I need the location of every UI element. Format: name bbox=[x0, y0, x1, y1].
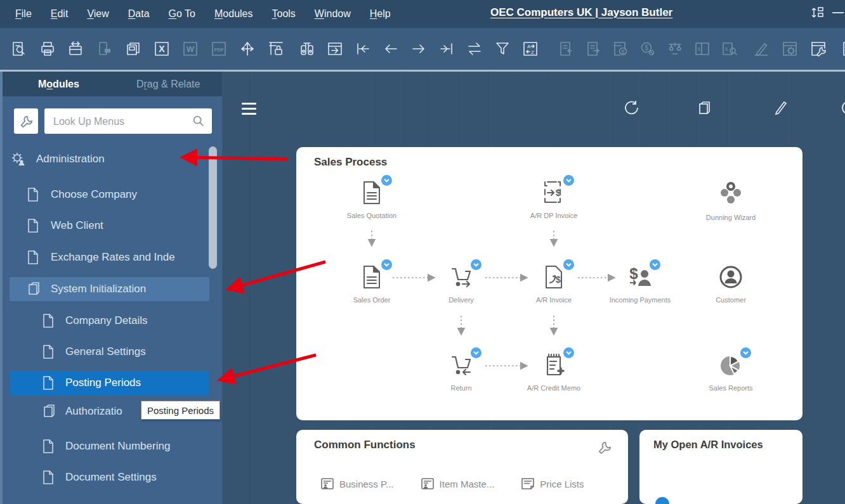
send-message-icon[interactable] bbox=[68, 41, 84, 57]
print-preview-icon[interactable] bbox=[11, 41, 27, 57]
sap-business-one-window: FileEditViewDataGo ToModulesToolsWindowH… bbox=[0, 0, 845, 504]
menu-tools[interactable]: Tools bbox=[272, 8, 295, 20]
find-icon[interactable] bbox=[299, 41, 315, 57]
export-excel-icon[interactable]: X bbox=[154, 41, 170, 57]
badge-chevron-down-icon[interactable] bbox=[740, 347, 751, 358]
journal-entry-icon[interactable] bbox=[667, 41, 683, 57]
hamburger-menu-icon[interactable] bbox=[242, 103, 256, 115]
process-node-customer[interactable]: Customer bbox=[693, 263, 769, 304]
sms-icon[interactable] bbox=[96, 41, 113, 57]
badge-chevron-down-icon[interactable] bbox=[563, 175, 574, 186]
minimize-button[interactable]: — bbox=[832, 6, 844, 19]
arrange-rows-icon[interactable] bbox=[811, 6, 823, 22]
move-icon[interactable] bbox=[239, 41, 256, 57]
goto-row-icon[interactable] bbox=[327, 41, 343, 57]
gross-profit-icon[interactable]: $ bbox=[639, 41, 656, 57]
sidebar-item-system-initialization[interactable]: System Initialization bbox=[10, 277, 209, 301]
menu-file[interactable]: File bbox=[15, 8, 32, 20]
sort-icon[interactable]: AZ bbox=[522, 41, 539, 57]
sidebar-item-web-client[interactable]: Web Client bbox=[0, 214, 222, 238]
sidebar-item-administration[interactable]: Administration bbox=[0, 147, 222, 171]
badge-chevron-down-icon[interactable] bbox=[471, 259, 481, 270]
document-icon bbox=[42, 375, 55, 391]
process-node-return[interactable]: Return bbox=[423, 351, 499, 392]
refresh-record-icon[interactable] bbox=[466, 41, 483, 57]
help-circle-icon[interactable] bbox=[839, 100, 845, 119]
process-node-incoming-payments[interactable]: $Incoming Payments bbox=[602, 263, 678, 304]
badge-chevron-down-icon[interactable] bbox=[381, 175, 392, 186]
common-function-business-p-[interactable]: Business P... bbox=[320, 477, 394, 491]
sidebar-item-choose-company[interactable]: Choose Company bbox=[0, 183, 222, 207]
sidebar-item-label: Authorizatio bbox=[65, 405, 122, 418]
menu-help[interactable]: Help bbox=[370, 8, 391, 20]
badge-chevron-down-icon[interactable] bbox=[650, 259, 660, 270]
badge-chevron-down-icon[interactable] bbox=[471, 347, 481, 358]
sidebar-item-company-details[interactable]: Company Details bbox=[0, 309, 222, 333]
refresh-icon[interactable] bbox=[623, 100, 639, 119]
copy-widget-icon[interactable] bbox=[697, 100, 713, 119]
process-node-a-r-invoice[interactable]: $A/R Invoice bbox=[516, 263, 592, 304]
document-icon bbox=[42, 470, 55, 485]
administration-icon bbox=[10, 151, 27, 167]
process-node-sales-reports[interactable]: Sales Reports bbox=[693, 351, 769, 392]
target-document-icon[interactable] bbox=[585, 41, 601, 57]
print-icon[interactable] bbox=[39, 41, 56, 57]
wrench-settings-icon[interactable] bbox=[597, 440, 612, 457]
filter-icon[interactable] bbox=[494, 41, 511, 57]
edit-pencil-icon[interactable] bbox=[773, 100, 788, 119]
payment-means-icon[interactable]: $ bbox=[612, 41, 629, 57]
copy-icon[interactable] bbox=[125, 41, 141, 57]
badge-chevron-down-icon[interactable] bbox=[563, 259, 574, 270]
sidebar-item-document-settings[interactable]: Document Settings bbox=[0, 465, 222, 489]
first-record-icon[interactable] bbox=[355, 41, 371, 57]
toolbar-group-1: XWPDF bbox=[11, 41, 284, 57]
common-functions-items: Business P...Item Maste...Price Lists bbox=[320, 477, 584, 491]
sidebar-item-label: System Initialization bbox=[51, 283, 146, 295]
menu-edit[interactable]: Edit bbox=[51, 8, 69, 20]
next-record-icon[interactable] bbox=[410, 41, 427, 57]
process-node-a-r-dp-invoice[interactable]: $A/R DP Invoice bbox=[516, 179, 592, 220]
sidebar-item-document-numbering[interactable]: Document Numbering bbox=[0, 434, 222, 458]
sidebar-item-exchange-rates-and-inde[interactable]: Exchange Rates and Inde bbox=[0, 245, 222, 269]
toolbar-group-4 bbox=[753, 41, 845, 57]
badge-chevron-down-icon[interactable] bbox=[563, 347, 574, 358]
lock-screen-icon[interactable] bbox=[268, 41, 284, 57]
process-node-sales-order[interactable]: Sales Order bbox=[334, 263, 410, 304]
form-settings-icon[interactable] bbox=[782, 41, 798, 57]
last-record-icon[interactable] bbox=[438, 41, 455, 57]
process-node-label: Sales Order bbox=[334, 295, 410, 304]
sidebar-item-general-settings[interactable]: General Settings bbox=[0, 340, 222, 364]
svg-text:$: $ bbox=[556, 187, 561, 198]
export-pdf-icon[interactable]: PDF bbox=[211, 41, 227, 57]
menu-window[interactable]: Window bbox=[315, 8, 351, 20]
menu-view[interactable]: View bbox=[87, 8, 108, 20]
process-node-dunning-wizard[interactable]: Dunning Wizard bbox=[693, 181, 769, 222]
sidebar-scrollbar-thumb[interactable] bbox=[209, 146, 217, 269]
sidebar-item-label: Choose Company bbox=[51, 188, 137, 201]
toolbar: XWPDFAZ$$ss bbox=[0, 28, 845, 70]
edit-icon[interactable] bbox=[753, 41, 770, 57]
previous-record-icon[interactable] bbox=[383, 41, 399, 57]
person-circle-icon bbox=[716, 263, 745, 292]
sidebar-item-label: Document Settings bbox=[65, 471, 157, 484]
sidebar-item-posting-periods[interactable]: Posting Periods bbox=[10, 371, 209, 395]
process-node-a-r-credit-memo[interactable]: A/R Credit Memo bbox=[516, 351, 592, 392]
menu-data[interactable]: Data bbox=[128, 8, 150, 20]
document-icon[interactable] bbox=[839, 41, 845, 57]
form-wrench-icon[interactable] bbox=[810, 41, 827, 57]
common-function-price-lists[interactable]: Price Lists bbox=[521, 477, 584, 491]
process-node-sales-quotation[interactable]: Sales Quotation bbox=[334, 179, 410, 220]
badge-chevron-down-icon[interactable] bbox=[381, 259, 392, 270]
split-screen-icon[interactable]: s bbox=[694, 41, 711, 57]
query-icon[interactable]: s bbox=[721, 41, 738, 57]
cart-right-icon bbox=[447, 263, 476, 292]
process-node-label: A/R DP Invoice bbox=[516, 211, 592, 220]
base-document-icon[interactable] bbox=[558, 41, 574, 57]
tooltip: Posting Periods bbox=[141, 401, 220, 420]
menu-modules[interactable]: Modules bbox=[214, 8, 252, 20]
menu-go-to[interactable]: Go To bbox=[169, 8, 195, 20]
export-word-icon[interactable]: W bbox=[182, 41, 199, 57]
document-icon bbox=[27, 187, 39, 202]
common-function-item-maste-[interactable]: Item Maste... bbox=[421, 477, 495, 491]
process-node-delivery[interactable]: Delivery bbox=[423, 263, 499, 304]
